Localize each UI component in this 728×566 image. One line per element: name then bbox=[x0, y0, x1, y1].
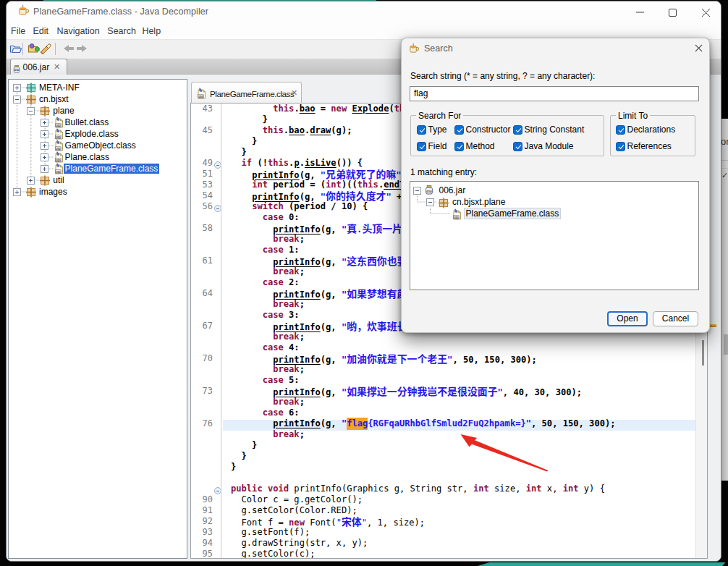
code-line-90: Color c = g.getColor(); bbox=[231, 494, 616, 505]
checkbox-string-constant[interactable] bbox=[513, 125, 522, 135]
code-line: break; bbox=[231, 364, 616, 375]
menu-file[interactable]: File bbox=[11, 26, 25, 39]
maximize-button[interactable] bbox=[656, 1, 688, 23]
open-file-icon[interactable] bbox=[9, 43, 22, 56]
tree-item-plane-class[interactable]: 010Plane.class bbox=[9, 151, 187, 163]
forward-icon[interactable] bbox=[75, 43, 88, 56]
checkbox-type[interactable] bbox=[417, 125, 426, 135]
tree-expander[interactable] bbox=[41, 153, 48, 161]
tree-item-planegameframe-class[interactable]: 010PlaneGameFrame.class bbox=[9, 163, 187, 174]
minimize-button[interactable] bbox=[624, 1, 656, 23]
checkbox-references[interactable] bbox=[616, 142, 625, 151]
menu-edit[interactable]: Edit bbox=[33, 26, 48, 39]
tree-item-label: cn.bjsxt bbox=[38, 94, 70, 104]
tab-006-jar-close-icon[interactable]: ✕ bbox=[54, 62, 60, 72]
svg-text:010: 010 bbox=[56, 170, 61, 174]
close-button[interactable] bbox=[690, 1, 721, 23]
result-item-planegameframe-class[interactable]: 010PlaneGameFrame.class bbox=[410, 208, 698, 219]
checkbox-label-declarations: Declarations bbox=[627, 124, 676, 135]
svg-text:010: 010 bbox=[56, 147, 61, 151]
code-line: break; bbox=[231, 429, 616, 440]
back-icon[interactable] bbox=[62, 43, 75, 56]
toolbar-separator bbox=[22, 43, 23, 55]
tree-expander[interactable] bbox=[41, 119, 48, 127]
tab-006-jar-label: 006.jar bbox=[23, 62, 50, 72]
tree-item-gameobject-class[interactable]: 010GameObject.class bbox=[9, 140, 187, 151]
svg-text:010: 010 bbox=[454, 216, 459, 219]
code-line: break; bbox=[231, 331, 616, 342]
tree-item-plane[interactable]: plane bbox=[9, 105, 187, 117]
code-line-95: g.setColor(c); bbox=[231, 549, 616, 559]
tree-expander[interactable] bbox=[13, 84, 21, 92]
tree-item-label: plane bbox=[51, 106, 75, 116]
tree-expander[interactable] bbox=[41, 165, 48, 173]
code-line: } bbox=[231, 440, 616, 451]
tree-expander[interactable] bbox=[27, 177, 35, 185]
code-line bbox=[231, 473, 616, 483]
search-results-tree: 010006.jarcn.bjsxt.plane010PlaneGameFram… bbox=[410, 181, 699, 290]
background-window-check-fragment: ✓ bbox=[721, 171, 728, 180]
result-item-label: cn.bjsxt.plane bbox=[451, 197, 507, 207]
line-number: 90 bbox=[191, 494, 213, 505]
tree-item-util[interactable]: util bbox=[9, 174, 187, 186]
result-item-label: 006.jar bbox=[438, 185, 467, 195]
line-number: 58 bbox=[191, 223, 213, 234]
background-orange-fragment bbox=[710, 324, 716, 327]
line-number: 64 bbox=[191, 288, 213, 299]
line-number: 49 bbox=[191, 158, 213, 169]
jar-icon: 010 bbox=[13, 63, 20, 71]
code-line-93: g.setFont(f); bbox=[231, 527, 616, 538]
tree-expander[interactable] bbox=[13, 188, 21, 196]
tree-item-images[interactable]: images bbox=[9, 186, 187, 198]
tab-planegameframe-close-icon[interactable]: ✕ bbox=[291, 88, 297, 98]
result-expander[interactable] bbox=[413, 187, 421, 195]
code-line: } bbox=[231, 462, 616, 473]
checkbox-method[interactable] bbox=[454, 142, 464, 151]
tree-item-meta-inf[interactable]: META-INF bbox=[9, 82, 187, 93]
result-expander[interactable] bbox=[426, 198, 434, 206]
svg-text:010: 010 bbox=[56, 124, 61, 127]
tree-expander[interactable] bbox=[13, 96, 21, 104]
tree-item-cn-bjsxt[interactable]: cn.bjsxt bbox=[9, 93, 187, 105]
pkg-icon bbox=[25, 93, 37, 105]
dialog-title: Search bbox=[424, 43, 453, 54]
menu-navigation[interactable]: Navigation bbox=[57, 26, 100, 39]
line-number: 95 bbox=[191, 549, 213, 559]
code-line-92: Font f = new Font("宋体", 1, size); bbox=[231, 516, 616, 527]
tree-item-label: Plane.class bbox=[64, 152, 111, 162]
line-number: 43 bbox=[191, 104, 213, 114]
checkbox-field[interactable] bbox=[417, 142, 426, 151]
tree-expander[interactable] bbox=[41, 142, 48, 150]
title-bar[interactable]: PlaneGameFrame.class - Java Decompiler bbox=[7, 1, 721, 23]
search-for-group-title: Search For bbox=[416, 111, 463, 121]
checkbox-label-string-constant: String Constant bbox=[525, 124, 585, 135]
menu-help[interactable]: Help bbox=[142, 26, 161, 39]
code-scrollbar-thumb[interactable] bbox=[702, 340, 704, 366]
menu-search[interactable]: Search bbox=[107, 26, 136, 39]
limit-to-group-title: Limit To bbox=[616, 111, 650, 121]
tab-006-jar[interactable]: 010 006.jar ✕ bbox=[10, 59, 67, 75]
search-wand-icon[interactable] bbox=[39, 43, 52, 56]
code-line-91: g.setColor(Color.RED); bbox=[231, 505, 616, 516]
result-item-cn-bjsxt-plane[interactable]: cn.bjsxt.plane bbox=[410, 196, 698, 208]
pkg-icon bbox=[438, 197, 449, 208]
tree-expander[interactable] bbox=[27, 107, 35, 115]
checkbox-label-java-module: Java Module bbox=[525, 141, 574, 151]
result-item-006-jar[interactable]: 010006.jar bbox=[410, 185, 698, 196]
tab-planegameframe-class[interactable]: 010 PlaneGameFrame.class ✕ bbox=[191, 82, 302, 103]
tree-item-explode-class[interactable]: 010Explode.class bbox=[9, 128, 187, 140]
open-button[interactable]: Open bbox=[607, 311, 648, 326]
checkbox-java-module[interactable] bbox=[513, 142, 522, 151]
app-coffee-icon bbox=[17, 4, 29, 16]
code-line: } bbox=[231, 451, 616, 462]
search-input[interactable]: flag bbox=[410, 86, 699, 101]
cancel-button[interactable]: Cancel bbox=[653, 311, 698, 326]
checkbox-constructor[interactable] bbox=[454, 125, 464, 135]
tree-item-bullet-class[interactable]: 010Bullet.class bbox=[9, 117, 187, 128]
search-dialog: x="0 0 16 16"> Search Search string (* =… bbox=[401, 38, 710, 333]
tree-expander[interactable] bbox=[41, 130, 48, 138]
gutter-separator bbox=[221, 104, 221, 558]
line-number: 76 bbox=[191, 418, 213, 429]
checkbox-declarations[interactable] bbox=[616, 125, 625, 135]
dialog-close-icon[interactable] bbox=[693, 42, 706, 55]
